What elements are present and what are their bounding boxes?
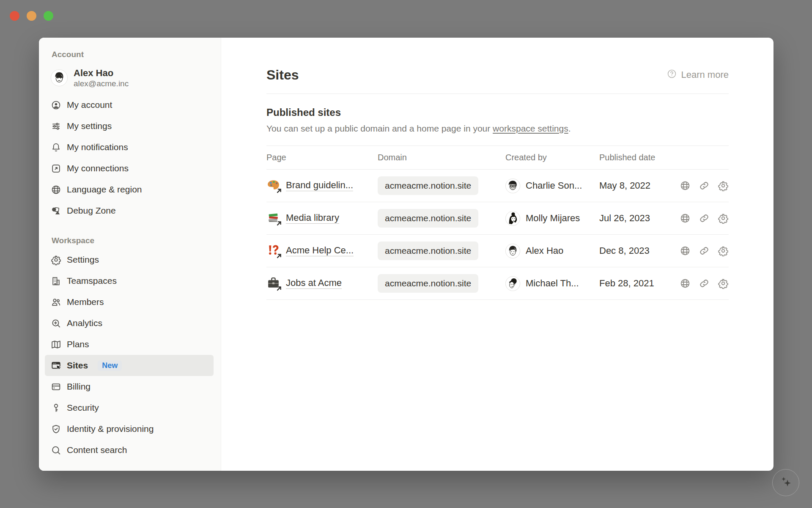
sidebar-item-my-account[interactable]: My account — [45, 94, 214, 115]
sidebar-item-billing[interactable]: Billing — [45, 376, 214, 397]
table-row: Acme Help Ce... acmeacme.notion.site Ale… — [266, 235, 729, 267]
palette-icon — [266, 178, 281, 193]
sidebar-item-label: Identity & provisioning — [67, 424, 154, 434]
gear-icon[interactable] — [718, 180, 729, 191]
workspace-section-label: Workspace — [52, 236, 221, 246]
site-page-link[interactable]: Acme Help Ce... — [286, 245, 354, 257]
sidebar-item-label: My account — [67, 100, 112, 110]
sidebar-item-label: Members — [67, 297, 104, 307]
published-date: Feb 28, 2021 — [599, 278, 680, 289]
avatar — [505, 178, 520, 193]
sidebar-item-security[interactable]: Security — [45, 397, 214, 418]
published-sites-table: Page Domain Created by Published date Br… — [266, 146, 729, 300]
sidebar-item-identity-provisioning[interactable]: Identity & provisioning — [45, 418, 214, 439]
sidebar-item-language-region[interactable]: Language & region — [45, 179, 214, 200]
sidebar-item-label: Security — [67, 403, 99, 413]
learn-more-label: Learn more — [681, 69, 729, 80]
settings-sidebar: Account Alex Hao alex@acme.inc My accoun… — [39, 38, 221, 471]
sidebar-item-label: My connections — [67, 163, 129, 173]
published-sites-heading: Published sites — [266, 107, 729, 118]
site-domain: acmeacme.notion.site — [378, 274, 478, 293]
link-icon[interactable] — [699, 180, 710, 191]
question-circle-icon — [667, 69, 677, 82]
sliders-icon — [51, 121, 61, 132]
globe-icon[interactable] — [680, 180, 691, 191]
shapes-icon — [51, 206, 61, 216]
sidebar-item-label: My settings — [67, 121, 112, 131]
link-icon[interactable] — [699, 213, 710, 224]
sidebar-item-members[interactable]: Members — [45, 291, 214, 313]
table-row: Jobs at Acme acmeacme.notion.site Michae… — [266, 267, 729, 300]
avatar — [505, 244, 520, 258]
gear-icon[interactable] — [718, 213, 729, 224]
books-icon — [266, 211, 281, 226]
column-header-page: Page — [266, 153, 378, 162]
sparkles-icon — [778, 474, 793, 491]
sidebar-item-plans[interactable]: Plans — [45, 334, 214, 355]
account-user-row[interactable]: Alex Hao alex@acme.inc — [45, 66, 214, 90]
sidebar-item-label: Sites — [67, 360, 88, 371]
sidebar-item-my-settings[interactable]: My settings — [45, 115, 214, 137]
site-page-link[interactable]: Media library — [286, 212, 339, 225]
magnifier-plus-icon — [51, 318, 61, 329]
creator-name: Molly Mijares — [526, 213, 580, 224]
link-icon[interactable] — [699, 278, 710, 289]
site-page-link[interactable]: Brand guidelin... — [286, 180, 353, 192]
gear-icon[interactable] — [718, 245, 729, 256]
globe-icon[interactable] — [680, 278, 691, 289]
column-header-domain: Domain — [378, 153, 505, 162]
credit-card-icon — [51, 382, 61, 392]
key-icon — [51, 403, 61, 413]
site-domain: acmeacme.notion.site — [378, 209, 478, 228]
sidebar-item-teamspaces[interactable]: Teamspaces — [45, 270, 214, 291]
table-row: Media library acmeacme.notion.site Molly… — [266, 202, 729, 235]
magnifier-icon — [51, 445, 61, 456]
sidebar-item-debug-zone[interactable]: Debug Zone — [45, 200, 214, 221]
user-email: alex@acme.inc — [74, 79, 129, 88]
settings-dialog: Account Alex Hao alex@acme.inc My accoun… — [39, 38, 774, 471]
minimize-window-button[interactable] — [27, 11, 36, 21]
browser-cursor-icon — [51, 360, 61, 371]
avatar — [505, 276, 520, 291]
ai-assistant-button[interactable] — [772, 469, 799, 496]
people-icon — [51, 297, 61, 308]
avatar — [51, 69, 68, 86]
account-section-label: Account — [52, 49, 221, 60]
site-page-link[interactable]: Jobs at Acme — [286, 277, 342, 290]
sidebar-item-sites[interactable]: Sites New — [45, 355, 214, 376]
sidebar-item-my-notifications[interactable]: My notifications — [45, 137, 214, 158]
creator-name: Charlie Son... — [526, 180, 582, 191]
sidebar-item-label: Debug Zone — [67, 206, 116, 216]
globe-icon[interactable] — [680, 245, 691, 256]
sidebar-item-label: Billing — [67, 382, 91, 392]
gear-icon[interactable] — [718, 278, 729, 289]
published-date: Dec 8, 2023 — [599, 245, 680, 256]
close-window-button[interactable] — [10, 11, 19, 21]
link-icon[interactable] — [699, 245, 710, 256]
creator-name: Michael Th... — [526, 278, 579, 289]
sidebar-item-label: Teamspaces — [67, 276, 117, 286]
table-row: Brand guidelin... acmeacme.notion.site C… — [266, 170, 729, 202]
published-sites-description: You can set up a public domain and a hom… — [266, 124, 729, 134]
briefcase-icon — [266, 276, 281, 291]
learn-more-link[interactable]: Learn more — [667, 69, 729, 82]
column-header-published-date: Published date — [599, 153, 729, 162]
sidebar-item-my-connections[interactable]: My connections — [45, 158, 214, 179]
sidebar-item-label: Settings — [67, 255, 99, 265]
sidebar-item-label: Analytics — [67, 318, 102, 328]
new-badge: New — [98, 360, 122, 371]
published-date: Jul 26, 2023 — [599, 213, 680, 224]
table-header: Page Domain Created by Published date — [266, 146, 729, 170]
creator-name: Alex Hao — [526, 245, 563, 256]
sidebar-item-analytics[interactable]: Analytics — [45, 313, 214, 334]
globe-icon[interactable] — [680, 213, 691, 224]
sidebar-item-label: Language & region — [67, 184, 142, 195]
arrow-out-box-icon — [51, 163, 61, 174]
globe-icon — [51, 184, 61, 195]
published-date: May 8, 2022 — [599, 180, 680, 191]
sidebar-item-content-search[interactable]: Content search — [45, 439, 214, 461]
bell-icon — [51, 142, 61, 153]
sidebar-item-settings[interactable]: Settings — [45, 249, 214, 270]
workspace-settings-link[interactable]: workspace settings — [493, 124, 568, 133]
zoom-window-button[interactable] — [44, 11, 53, 21]
